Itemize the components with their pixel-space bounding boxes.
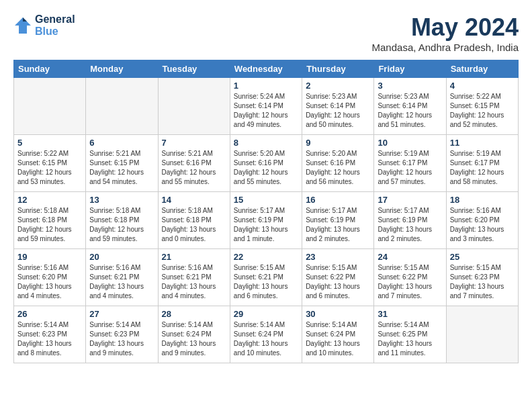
day-cell: 20Sunrise: 5:16 AM Sunset: 6:21 PM Dayli…: [86, 249, 158, 306]
day-cell: 1Sunrise: 5:24 AM Sunset: 6:14 PM Daylig…: [230, 78, 302, 135]
day-info: Sunrise: 5:21 AM Sunset: 6:16 PM Dayligh…: [162, 149, 226, 187]
day-info: Sunrise: 5:20 AM Sunset: 6:16 PM Dayligh…: [306, 149, 370, 187]
day-cell: 31Sunrise: 5:14 AM Sunset: 6:25 PM Dayli…: [374, 306, 446, 363]
day-cell: 17Sunrise: 5:17 AM Sunset: 6:19 PM Dayli…: [374, 192, 446, 249]
day-number: 2: [306, 81, 370, 91]
day-number: 5: [17, 138, 82, 148]
weekday-header-friday: Friday: [374, 60, 446, 78]
day-number: 20: [89, 252, 154, 262]
day-cell: 21Sunrise: 5:16 AM Sunset: 6:21 PM Dayli…: [158, 249, 230, 306]
day-number: 9: [306, 138, 370, 148]
month-title: May 2024: [372, 13, 519, 42]
day-cell: 14Sunrise: 5:18 AM Sunset: 6:18 PM Dayli…: [158, 192, 230, 249]
weekday-header-tuesday: Tuesday: [158, 60, 230, 78]
day-cell: 10Sunrise: 5:19 AM Sunset: 6:17 PM Dayli…: [374, 135, 446, 192]
day-info: Sunrise: 5:14 AM Sunset: 6:23 PM Dayligh…: [89, 320, 154, 358]
day-info: Sunrise: 5:18 AM Sunset: 6:18 PM Dayligh…: [17, 206, 82, 244]
logo-icon: [13, 16, 32, 35]
day-info: Sunrise: 5:15 AM Sunset: 6:23 PM Dayligh…: [450, 263, 515, 301]
day-cell: 4Sunrise: 5:22 AM Sunset: 6:15 PM Daylig…: [446, 78, 518, 135]
day-number: 13: [89, 195, 154, 205]
day-info: Sunrise: 5:14 AM Sunset: 6:24 PM Dayligh…: [162, 320, 226, 358]
week-row-2: 5Sunrise: 5:22 AM Sunset: 6:15 PM Daylig…: [14, 135, 519, 192]
day-number: 19: [17, 252, 82, 262]
day-number: 16: [306, 195, 370, 205]
day-number: 31: [378, 309, 442, 319]
day-info: Sunrise: 5:24 AM Sunset: 6:14 PM Dayligh…: [234, 92, 298, 130]
day-info: Sunrise: 5:19 AM Sunset: 6:17 PM Dayligh…: [378, 149, 442, 187]
week-row-3: 12Sunrise: 5:18 AM Sunset: 6:18 PM Dayli…: [14, 192, 519, 249]
day-number: 18: [450, 195, 515, 205]
day-number: 8: [234, 138, 298, 148]
day-info: Sunrise: 5:15 AM Sunset: 6:22 PM Dayligh…: [378, 263, 442, 301]
day-info: Sunrise: 5:21 AM Sunset: 6:15 PM Dayligh…: [89, 149, 154, 187]
day-cell: 6Sunrise: 5:21 AM Sunset: 6:15 PM Daylig…: [86, 135, 158, 192]
day-cell: 5Sunrise: 5:22 AM Sunset: 6:15 PM Daylig…: [14, 135, 86, 192]
weekday-header-row: SundayMondayTuesdayWednesdayThursdayFrid…: [14, 60, 519, 78]
day-number: 11: [450, 138, 515, 148]
logo-text-blue: Blue: [35, 26, 75, 38]
day-info: Sunrise: 5:22 AM Sunset: 6:15 PM Dayligh…: [17, 149, 82, 187]
day-info: Sunrise: 5:14 AM Sunset: 6:24 PM Dayligh…: [234, 320, 298, 358]
day-info: Sunrise: 5:16 AM Sunset: 6:21 PM Dayligh…: [89, 263, 154, 301]
day-info: Sunrise: 5:19 AM Sunset: 6:17 PM Dayligh…: [450, 149, 515, 187]
day-info: Sunrise: 5:15 AM Sunset: 6:21 PM Dayligh…: [234, 263, 298, 301]
day-number: 15: [234, 195, 298, 205]
day-info: Sunrise: 5:14 AM Sunset: 6:25 PM Dayligh…: [378, 320, 442, 358]
day-cell: 30Sunrise: 5:14 AM Sunset: 6:24 PM Dayli…: [302, 306, 374, 363]
day-info: Sunrise: 5:18 AM Sunset: 6:18 PM Dayligh…: [89, 206, 154, 244]
day-cell: 26Sunrise: 5:14 AM Sunset: 6:23 PM Dayli…: [14, 306, 86, 363]
day-number: 14: [162, 195, 226, 205]
day-number: 1: [234, 81, 298, 91]
day-cell: 23Sunrise: 5:15 AM Sunset: 6:22 PM Dayli…: [302, 249, 374, 306]
logo: General Blue: [13, 13, 75, 38]
day-info: Sunrise: 5:17 AM Sunset: 6:19 PM Dayligh…: [378, 206, 442, 244]
day-number: 26: [17, 309, 82, 319]
weekday-header-saturday: Saturday: [446, 60, 518, 78]
day-cell: 8Sunrise: 5:20 AM Sunset: 6:16 PM Daylig…: [230, 135, 302, 192]
day-cell: 24Sunrise: 5:15 AM Sunset: 6:22 PM Dayli…: [374, 249, 446, 306]
day-cell: 12Sunrise: 5:18 AM Sunset: 6:18 PM Dayli…: [14, 192, 86, 249]
day-info: Sunrise: 5:22 AM Sunset: 6:15 PM Dayligh…: [450, 92, 515, 130]
day-cell: 28Sunrise: 5:14 AM Sunset: 6:24 PM Dayli…: [158, 306, 230, 363]
day-number: 7: [162, 138, 226, 148]
weekday-header-thursday: Thursday: [302, 60, 374, 78]
day-cell: 11Sunrise: 5:19 AM Sunset: 6:17 PM Dayli…: [446, 135, 518, 192]
calendar-table: SundayMondayTuesdayWednesdayThursdayFrid…: [13, 60, 519, 363]
day-number: 4: [450, 81, 515, 91]
week-row-1: 1Sunrise: 5:24 AM Sunset: 6:14 PM Daylig…: [14, 78, 519, 135]
day-cell: 9Sunrise: 5:20 AM Sunset: 6:16 PM Daylig…: [302, 135, 374, 192]
day-info: Sunrise: 5:23 AM Sunset: 6:14 PM Dayligh…: [378, 92, 442, 130]
day-info: Sunrise: 5:14 AM Sunset: 6:24 PM Dayligh…: [306, 320, 370, 358]
day-cell: 19Sunrise: 5:16 AM Sunset: 6:20 PM Dayli…: [14, 249, 86, 306]
day-cell: 22Sunrise: 5:15 AM Sunset: 6:21 PM Dayli…: [230, 249, 302, 306]
day-info: Sunrise: 5:16 AM Sunset: 6:20 PM Dayligh…: [450, 206, 515, 244]
svg-marker-1: [23, 17, 27, 21]
day-info: Sunrise: 5:16 AM Sunset: 6:20 PM Dayligh…: [17, 263, 82, 301]
day-info: Sunrise: 5:20 AM Sunset: 6:16 PM Dayligh…: [234, 149, 298, 187]
day-number: 6: [89, 138, 154, 148]
day-cell: 16Sunrise: 5:17 AM Sunset: 6:19 PM Dayli…: [302, 192, 374, 249]
day-number: 21: [162, 252, 226, 262]
week-row-5: 26Sunrise: 5:14 AM Sunset: 6:23 PM Dayli…: [14, 306, 519, 363]
day-info: Sunrise: 5:18 AM Sunset: 6:18 PM Dayligh…: [162, 206, 226, 244]
title-block: May 2024 Mandasa, Andhra Pradesh, India: [372, 13, 519, 53]
weekday-header-wednesday: Wednesday: [230, 60, 302, 78]
day-cell: [446, 306, 518, 363]
day-number: 30: [306, 309, 370, 319]
day-number: 25: [450, 252, 515, 262]
location-subtitle: Mandasa, Andhra Pradesh, India: [372, 42, 519, 53]
day-cell: [14, 78, 86, 135]
day-info: Sunrise: 5:15 AM Sunset: 6:22 PM Dayligh…: [306, 263, 370, 301]
day-cell: 7Sunrise: 5:21 AM Sunset: 6:16 PM Daylig…: [158, 135, 230, 192]
day-cell: 25Sunrise: 5:15 AM Sunset: 6:23 PM Dayli…: [446, 249, 518, 306]
day-number: 23: [306, 252, 370, 262]
day-number: 28: [162, 309, 226, 319]
weekday-header-sunday: Sunday: [14, 60, 86, 78]
day-info: Sunrise: 5:23 AM Sunset: 6:14 PM Dayligh…: [306, 92, 370, 130]
day-cell: 18Sunrise: 5:16 AM Sunset: 6:20 PM Dayli…: [446, 192, 518, 249]
day-number: 29: [234, 309, 298, 319]
day-info: Sunrise: 5:14 AM Sunset: 6:23 PM Dayligh…: [17, 320, 82, 358]
day-cell: [86, 78, 158, 135]
day-info: Sunrise: 5:16 AM Sunset: 6:21 PM Dayligh…: [162, 263, 226, 301]
